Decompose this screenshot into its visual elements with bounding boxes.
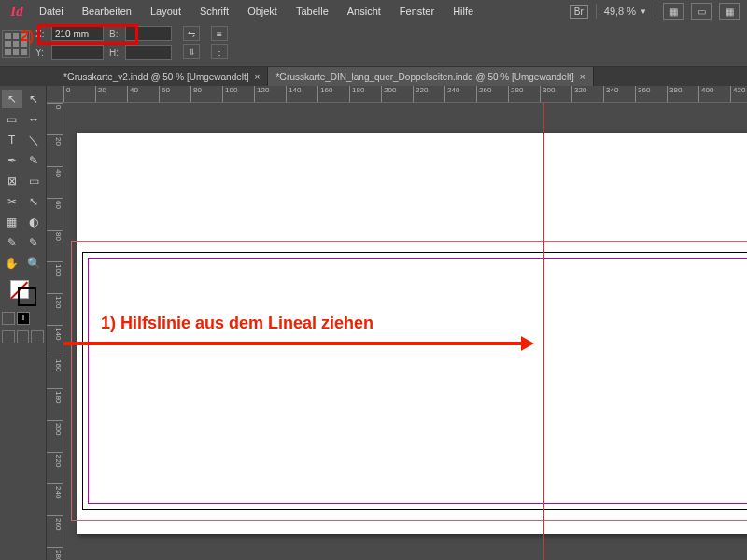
app-logo: Id bbox=[4, 0, 30, 22]
line-tool[interactable]: ＼ bbox=[24, 131, 45, 149]
rectangle-tool[interactable]: ▭ bbox=[24, 172, 45, 190]
toolbox: ↖↖ ▭↔ T＼ ✒✎ ⊠▭ ✂⤡ ▦◐ ✎✎ ✋🔍 T bbox=[0, 86, 47, 560]
close-icon[interactable]: × bbox=[580, 72, 585, 82]
menu-fenster[interactable]: Fenster bbox=[390, 2, 444, 21]
menu-ansicht[interactable]: Ansicht bbox=[338, 2, 390, 21]
flip-v-icon[interactable]: ⥮ bbox=[183, 44, 200, 59]
color-mode-row[interactable]: T bbox=[2, 312, 44, 325]
screen-mode-icon[interactable]: ▭ bbox=[691, 3, 712, 20]
vertical-guide[interactable] bbox=[543, 103, 544, 560]
note-tool[interactable]: ✎ bbox=[2, 233, 22, 252]
workspace: ↖↖ ▭↔ T＼ ✒✎ ⊠▭ ✂⤡ ▦◐ ✎✎ ✋🔍 T 02040608010… bbox=[0, 86, 747, 560]
apply-mode-row[interactable] bbox=[2, 330, 44, 343]
chevron-down-icon: ▼ bbox=[640, 7, 647, 16]
eyedropper-tool[interactable]: ✎ bbox=[24, 233, 45, 252]
view-options-icon[interactable]: ▦ bbox=[663, 3, 684, 20]
selection-tool[interactable]: ↖ bbox=[2, 90, 22, 108]
rectangle-frame-tool[interactable]: ⊠ bbox=[2, 172, 22, 190]
separator bbox=[596, 4, 597, 19]
separator bbox=[655, 4, 655, 19]
w-input[interactable] bbox=[125, 26, 172, 41]
doc-tab-label: *Grusskarte_DIN_lang_quer_Doppelseiten.i… bbox=[275, 72, 573, 82]
gradient-swatch-tool[interactable]: ▦ bbox=[2, 213, 22, 231]
menu-bearbeiten[interactable]: Bearbeiten bbox=[73, 2, 141, 21]
doc-tab-label: *Grusskarte_v2.indd @ 50 % [Umgewandelt] bbox=[63, 72, 249, 82]
menu-objekt[interactable]: Objekt bbox=[238, 2, 287, 21]
align-icon[interactable]: ≡ bbox=[211, 26, 228, 41]
horizontal-ruler[interactable]: 0204060801001201401601802002202402602803… bbox=[63, 86, 747, 103]
gradient-feather-tool[interactable]: ◐ bbox=[24, 213, 45, 231]
h-label: H: bbox=[109, 48, 122, 58]
margin-box bbox=[88, 258, 747, 504]
pasteboard[interactable]: 1) Hilfslinie aus dem Lineal ziehen bbox=[63, 103, 747, 560]
w-label: B: bbox=[109, 29, 122, 39]
page-tool[interactable]: ▭ bbox=[2, 110, 22, 129]
ruler-origin[interactable] bbox=[47, 86, 63, 103]
arrange-icon[interactable]: ▦ bbox=[719, 3, 740, 20]
control-bar: X: Y: B: H: ⇋ ⥮ ≡ ⋮ bbox=[0, 22, 747, 67]
doc-tab-1[interactable]: *Grusskarte_v2.indd @ 50 % [Umgewandelt]… bbox=[56, 67, 268, 86]
doc-tab-2[interactable]: *Grusskarte_DIN_lang_quer_Doppelseiten.i… bbox=[268, 67, 593, 86]
type-tool[interactable]: T bbox=[2, 131, 22, 149]
free-transform-tool[interactable]: ⤡ bbox=[24, 192, 45, 211]
distribute-icon[interactable]: ⋮ bbox=[211, 44, 228, 59]
zoom-value: 49,8 % bbox=[604, 6, 636, 17]
pen-tool[interactable]: ✒ bbox=[2, 151, 22, 170]
menu-hilfe[interactable]: Hilfe bbox=[444, 2, 483, 21]
menu-schrift[interactable]: Schrift bbox=[190, 2, 238, 21]
flip-h-icon[interactable]: ⇋ bbox=[183, 26, 200, 41]
y-input[interactable] bbox=[51, 45, 104, 60]
menubar: Id Datei Bearbeiten Layout Schrift Objek… bbox=[0, 0, 747, 22]
menu-tabelle[interactable]: Tabelle bbox=[287, 2, 338, 21]
h-input[interactable] bbox=[125, 45, 172, 60]
x-input[interactable] bbox=[51, 26, 104, 41]
pencil-tool[interactable]: ✎ bbox=[24, 151, 45, 170]
canvas-area[interactable]: 0204060801001201401601802002202402602803… bbox=[47, 86, 747, 560]
y-label: Y: bbox=[35, 48, 49, 58]
close-icon[interactable]: × bbox=[255, 72, 261, 82]
menu-datei[interactable]: Datei bbox=[30, 2, 73, 21]
zoom-tool[interactable]: 🔍 bbox=[24, 254, 45, 273]
fill-stroke-swatch[interactable] bbox=[2, 280, 44, 306]
direct-selection-tool[interactable]: ↖ bbox=[24, 90, 45, 108]
annotation-arrow bbox=[63, 342, 529, 345]
hand-tool[interactable]: ✋ bbox=[2, 254, 22, 273]
menu-layout[interactable]: Layout bbox=[141, 2, 190, 21]
zoom-level[interactable]: 49,8 % ▼ bbox=[604, 6, 647, 17]
x-label: X: bbox=[35, 29, 49, 39]
bridge-badge[interactable]: Br bbox=[570, 5, 588, 19]
vertical-ruler[interactable]: 020406080100120140160180200220240260280 bbox=[47, 103, 63, 560]
annotation-step2: 2) bbox=[21, 28, 34, 45]
gap-tool[interactable]: ↔ bbox=[24, 110, 45, 129]
scissors-tool[interactable]: ✂ bbox=[2, 192, 22, 211]
document-tabs: *Grusskarte_v2.indd @ 50 % [Umgewandelt]… bbox=[0, 67, 747, 86]
annotation-step1: 1) Hilfslinie aus dem Lineal ziehen bbox=[101, 314, 374, 333]
